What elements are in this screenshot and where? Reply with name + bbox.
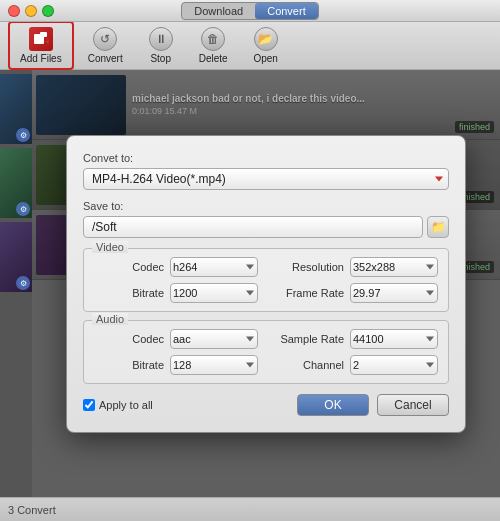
stop-label: Stop xyxy=(150,53,171,64)
samplerate-select[interactable]: 44100 22050 48000 xyxy=(350,329,438,349)
add-files-label: Add Files xyxy=(20,53,62,64)
framerate-wrap: 29.97 25 30 24 xyxy=(350,283,438,303)
channel-label: Channel xyxy=(264,359,344,371)
save-to-label: Save to: xyxy=(83,200,449,212)
convert-dialog: Convet to: MP4-H.264 Video(*.mp4) Save t… xyxy=(66,135,466,433)
convert-button[interactable]: ↺ Convert xyxy=(78,23,133,68)
audio-group: Audio Codec aac mp3 ogg Sample Rate xyxy=(83,320,449,384)
framerate-select[interactable]: 29.97 25 30 24 xyxy=(350,283,438,303)
audio-codec-wrap: aac mp3 ogg xyxy=(170,329,258,349)
delete-button[interactable]: 🗑 Delete xyxy=(189,23,238,68)
status-text: 3 Convert xyxy=(8,504,56,516)
video-group-title: Video xyxy=(92,241,128,253)
video-list: michael jackson bad or not, i declare th… xyxy=(32,70,500,497)
video-codec-wrap: h264 mpeg4 xvid xyxy=(170,257,258,277)
sidebar-gear-2: ⚙ xyxy=(16,202,30,216)
open-icon: 📂 xyxy=(254,27,278,51)
audio-bitrate-select[interactable]: 128 64 192 256 xyxy=(170,355,258,375)
format-select[interactable]: MP4-H.264 Video(*.mp4) xyxy=(83,168,449,190)
add-files-icon: + xyxy=(29,27,53,51)
video-bitrate-select[interactable]: 1200 800 1500 2000 xyxy=(170,283,258,303)
resolution-label: Resolution xyxy=(264,261,344,273)
add-files-button[interactable]: + Add Files xyxy=(8,21,74,70)
convert-to-label: Convet to: xyxy=(83,152,449,164)
ok-button[interactable]: OK xyxy=(297,394,369,416)
dialog-buttons: OK Cancel xyxy=(297,394,449,416)
video-codec-select[interactable]: h264 mpeg4 xvid xyxy=(170,257,258,277)
save-path-input[interactable] xyxy=(83,216,423,238)
video-group: Video Codec h264 mpeg4 xvid Resolution xyxy=(83,248,449,312)
svg-text:+: + xyxy=(45,36,49,47)
audio-codec-label: Codec xyxy=(94,333,164,345)
resolution-wrap: 352x288 640x480 1280x720 xyxy=(350,257,438,277)
status-bar: 3 Convert xyxy=(0,497,500,521)
samplerate-label: Sample Rate xyxy=(264,333,344,345)
stop-icon: ⏸ xyxy=(149,27,173,51)
convert-label: Convert xyxy=(88,53,123,64)
sidebar: ⚙ ⚙ ⚙ xyxy=(0,70,32,497)
sidebar-gear-3: ⚙ xyxy=(16,276,30,290)
delete-label: Delete xyxy=(199,53,228,64)
format-select-row: MP4-H.264 Video(*.mp4) xyxy=(83,168,449,190)
dialog-footer: Apply to all OK Cancel xyxy=(83,394,449,416)
save-to-row: 📁 xyxy=(83,216,449,238)
download-tab[interactable]: Download xyxy=(182,3,255,19)
main-content: ⚙ ⚙ ⚙ michael jackson bad or not, i decl… xyxy=(0,70,500,497)
browse-folder-button[interactable]: 📁 xyxy=(427,216,449,238)
convert-tab[interactable]: Convert xyxy=(255,3,318,19)
delete-icon: 🗑 xyxy=(201,27,225,51)
open-button[interactable]: 📂 Open xyxy=(242,23,290,68)
samplerate-wrap: 44100 22050 48000 xyxy=(350,329,438,349)
video-bitrate-label: Bitrate xyxy=(94,287,164,299)
toolbar: + Add Files ↺ Convert ⏸ Stop 🗑 Delete 📂 … xyxy=(0,22,500,70)
apply-to-all-checkbox[interactable] xyxy=(83,399,95,411)
audio-bitrate-wrap: 128 64 192 256 xyxy=(170,355,258,375)
channel-select[interactable]: 2 1 xyxy=(350,355,438,375)
dialog-overlay: Convet to: MP4-H.264 Video(*.mp4) Save t… xyxy=(32,70,500,497)
framerate-label: Frame Rate xyxy=(264,287,344,299)
apply-to-all-row: Apply to all xyxy=(83,399,153,411)
audio-settings-grid: Codec aac mp3 ogg Sample Rate xyxy=(94,329,438,375)
cancel-button[interactable]: Cancel xyxy=(377,394,449,416)
sidebar-gear-1: ⚙ xyxy=(16,128,30,142)
channel-wrap: 2 1 xyxy=(350,355,438,375)
window-controls[interactable] xyxy=(8,5,54,17)
sidebar-thumb-1[interactable]: ⚙ xyxy=(0,74,32,144)
sidebar-thumb-3[interactable]: ⚙ xyxy=(0,222,32,292)
minimize-button[interactable] xyxy=(25,5,37,17)
title-bar: Download Convert iFunia YouTube Converte… xyxy=(0,0,500,22)
video-codec-label: Codec xyxy=(94,261,164,273)
apply-to-all-label: Apply to all xyxy=(99,399,153,411)
sidebar-thumb-2[interactable]: ⚙ xyxy=(0,148,32,218)
stop-button[interactable]: ⏸ Stop xyxy=(137,23,185,68)
maximize-button[interactable] xyxy=(42,5,54,17)
video-settings-grid: Codec h264 mpeg4 xvid Resolution xyxy=(94,257,438,303)
audio-codec-select[interactable]: aac mp3 ogg xyxy=(170,329,258,349)
open-label: Open xyxy=(253,53,277,64)
video-bitrate-wrap: 1200 800 1500 2000 xyxy=(170,283,258,303)
audio-bitrate-label: Bitrate xyxy=(94,359,164,371)
audio-group-title: Audio xyxy=(92,313,128,325)
close-button[interactable] xyxy=(8,5,20,17)
resolution-select[interactable]: 352x288 640x480 1280x720 xyxy=(350,257,438,277)
convert-icon: ↺ xyxy=(93,27,117,51)
mode-segmented-control[interactable]: Download Convert xyxy=(181,2,318,20)
